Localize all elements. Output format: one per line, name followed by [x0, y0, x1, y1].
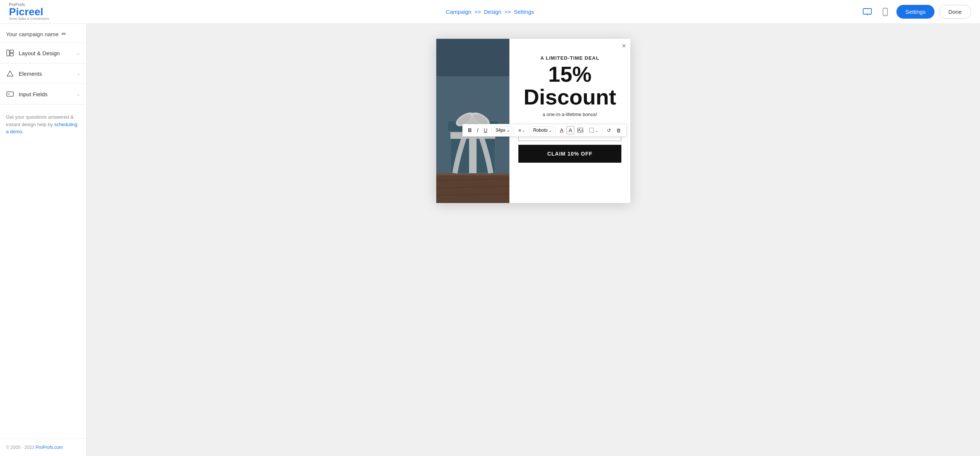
underline-button[interactable]: U	[481, 126, 490, 135]
svg-marker-8	[7, 71, 13, 76]
done-button[interactable]: Done	[939, 5, 971, 19]
gift-box-svg	[436, 39, 509, 203]
toolbar-separator-2	[514, 127, 514, 133]
svg-rect-31	[436, 39, 509, 76]
crop-button[interactable]: ⌄	[586, 126, 600, 135]
nav-settings-link[interactable]: Settings	[514, 9, 534, 15]
breadcrumb-nav: Campaign >> Design >> Settings	[446, 9, 534, 15]
toolbar-separator-5	[602, 127, 603, 133]
campaign-name-text: Your campaign name	[6, 31, 59, 37]
nav-sep-1: >>	[474, 9, 481, 15]
popup-description: a one-in-a-lifetime bonus!	[542, 111, 598, 117]
svg-rect-0	[863, 9, 872, 14]
svg-rect-6	[10, 50, 13, 52]
delete-button[interactable]: 🗑	[614, 126, 623, 135]
svg-rect-7	[10, 53, 13, 56]
popup-discount-text: 15% Discount	[523, 63, 616, 109]
svg-rect-13	[589, 128, 594, 132]
svg-point-4	[885, 14, 886, 15]
popup-content: × A LIMITED-TIME DEAL 15% Discount a one…	[509, 39, 630, 203]
mobile-view-icon[interactable]	[878, 5, 892, 19]
input-fields-label: Input Fields	[19, 91, 72, 97]
input-fields-header[interactable]: Input Fields ⌄	[0, 84, 86, 104]
toolbar-separator-4	[555, 127, 556, 133]
svg-point-30	[469, 117, 477, 123]
input-fields-chevron: ⌄	[76, 91, 80, 97]
logo: ProProfs Picreel Grow Sales & Conversion…	[9, 3, 49, 21]
sidebar-help: Get your questions answered & instant de…	[0, 105, 86, 145]
font-family-select[interactable]: Roboto ⌄	[531, 127, 554, 134]
popup-close-button[interactable]: ×	[622, 43, 626, 49]
edit-campaign-name-icon[interactable]: ✏	[62, 30, 67, 37]
proprofs-link[interactable]: ProProfs.com	[36, 445, 63, 450]
svg-rect-9	[7, 92, 13, 96]
popup-preview: × A LIMITED-TIME DEAL 15% Discount a one…	[436, 39, 630, 203]
logo-picreel: Picreel	[9, 7, 49, 17]
settings-button[interactable]: Settings	[896, 5, 934, 19]
layout-design-chevron: ⌄	[76, 50, 80, 56]
sidebar-footer: © 2005 - 2023 ProProfs.com	[0, 439, 86, 456]
toolbar-separator-1	[492, 127, 492, 133]
font-size-select[interactable]: 34px ⌄	[494, 127, 512, 134]
elements-chevron: ⌄	[76, 71, 80, 76]
input-fields-icon	[6, 90, 14, 98]
bold-button[interactable]: B	[466, 126, 474, 135]
nav-campaign[interactable]: Campaign	[446, 9, 471, 15]
undo-button[interactable]: ↺	[605, 126, 613, 135]
layout-design-label: Layout & Design	[19, 50, 72, 56]
section-elements: Elements ⌄	[0, 64, 86, 84]
align-button[interactable]: ≡ ⌄	[516, 126, 527, 135]
text-color-button[interactable]: A	[558, 126, 565, 135]
sidebar: Your campaign name ✏ Layout & Design ⌄	[0, 24, 87, 456]
section-layout-design: Layout & Design ⌄	[0, 43, 86, 64]
nav-design[interactable]: Design	[484, 9, 501, 15]
svg-rect-16	[436, 173, 509, 175]
toolbar-separator-3	[529, 127, 530, 133]
layout-design-header[interactable]: Layout & Design ⌄	[0, 43, 86, 63]
header-actions: Settings Done	[861, 5, 971, 19]
svg-rect-5	[7, 50, 10, 56]
section-input-fields: Input Fields ⌄	[0, 84, 86, 105]
elements-label: Elements	[19, 70, 72, 77]
desktop-view-icon[interactable]	[861, 5, 874, 19]
elements-icon	[6, 69, 14, 78]
popup-claim-button[interactable]: CLAIM 10% OFF	[519, 145, 621, 163]
elements-header[interactable]: Elements ⌄	[0, 64, 86, 84]
bg-color-button[interactable]: A	[566, 126, 574, 134]
footer-text: © 2005 - 2023	[6, 445, 36, 450]
italic-button[interactable]: I	[475, 126, 480, 135]
svg-rect-11	[578, 128, 583, 132]
text-formatting-toolbar: B I U 34px ⌄ ≡ ⌄ Roboto ⌄ A A	[462, 124, 627, 137]
popup-subtitle: A LIMITED-TIME DEAL	[540, 55, 599, 61]
header: ProProfs Picreel Grow Sales & Conversion…	[0, 0, 980, 24]
campaign-name-section: Your campaign name ✏	[0, 24, 86, 43]
image-button[interactable]	[575, 126, 585, 134]
logo-tagline: Grow Sales & Conversions	[9, 17, 49, 21]
popup-image	[436, 39, 509, 203]
nav-sep-2: >>	[504, 9, 511, 15]
layout-design-icon	[6, 49, 14, 57]
preview-area: B I U 34px ⌄ ≡ ⌄ Roboto ⌄ A A	[87, 24, 980, 456]
main-layout: Your campaign name ✏ Layout & Design ⌄	[0, 24, 980, 456]
